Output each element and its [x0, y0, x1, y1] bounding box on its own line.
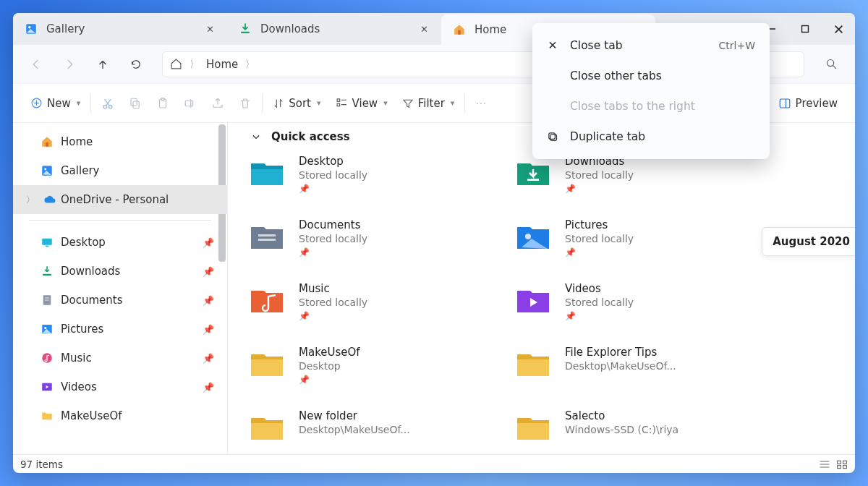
sidebar-item-pictures[interactable]: Pictures 📌: [13, 315, 227, 344]
svg-rect-24: [46, 142, 48, 147]
download-icon: [41, 265, 54, 278]
ctx-label: Close tabs to the right: [570, 100, 695, 113]
sort-button[interactable]: Sort ▾: [265, 89, 328, 118]
paste-button[interactable]: [149, 89, 176, 118]
ctx-duplicate-tab[interactable]: Duplicate tab: [537, 122, 765, 152]
svg-rect-47: [843, 465, 847, 468]
folder-icon: [41, 409, 54, 422]
new-button[interactable]: New ▾: [23, 89, 88, 118]
sidebar-item-label: Videos: [61, 380, 97, 393]
quick-access-tile[interactable]: New folderDesktop\MakeUseOf...: [248, 408, 509, 454]
chevron-down-icon: [251, 132, 261, 142]
music-big-icon: [248, 281, 286, 318]
sidebar-item-gallery[interactable]: Gallery: [13, 156, 227, 185]
ctx-close-tab[interactable]: ✕ Close tab Ctrl+W: [537, 30, 765, 61]
close-icon[interactable]: ✕: [206, 24, 214, 35]
rename-button[interactable]: [176, 89, 204, 118]
preview-button[interactable]: Preview: [771, 89, 845, 118]
tile-name: Music: [299, 282, 367, 295]
ctx-close-tabs-right: Close tabs to the right: [537, 91, 765, 122]
sidebar-item-label: MakeUseOf: [61, 409, 122, 422]
quick-access-tile[interactable]: DesktopStored locally📌: [248, 153, 509, 208]
tile-name: New folder: [299, 409, 410, 422]
home-icon: [170, 58, 182, 70]
view-grid-icon[interactable]: [836, 459, 848, 469]
tab-downloads[interactable]: Downloads ✕: [227, 13, 441, 45]
sidebar-item-label: Gallery: [61, 164, 99, 177]
more-button[interactable]: ⋯: [468, 89, 493, 118]
pin-icon: 📌: [203, 353, 214, 364]
chevron-right-icon: 〉: [245, 58, 255, 71]
quick-access-tile[interactable]: DownloadsStored locally📌: [514, 153, 775, 208]
window-controls: [755, 13, 855, 45]
search-button[interactable]: [816, 51, 846, 77]
tile-name: File Explorer Tips: [565, 346, 676, 359]
desktop-icon: [41, 236, 54, 249]
close-icon[interactable]: ✕: [420, 24, 428, 35]
sidebar-item-videos[interactable]: Videos 📌: [13, 372, 227, 401]
tile-name: Pictures: [565, 218, 634, 231]
svg-rect-49: [548, 132, 555, 139]
tile-subtitle: Desktop\MakeUseOf...: [565, 360, 676, 372]
pin-icon: 📌: [299, 375, 360, 385]
quick-access-tile[interactable]: SalectoWindows-SSD (C:)\riya: [514, 408, 775, 454]
close-window-button[interactable]: [822, 13, 855, 45]
sidebar-item-home[interactable]: Home: [13, 127, 227, 156]
quick-access-grid: DesktopStored locally📌DownloadsStored lo…: [248, 153, 852, 454]
view-button[interactable]: View ▾: [328, 89, 395, 118]
svg-rect-2: [241, 32, 250, 33]
quick-access-tile[interactable]: PicturesStored locally📌: [514, 217, 775, 272]
chevron-right-icon: 〉: [190, 58, 199, 71]
view-list-icon[interactable]: [819, 459, 830, 469]
tab-context-menu: ✕ Close tab Ctrl+W Close other tabs Clos…: [532, 23, 770, 159]
sidebar-item-desktop[interactable]: Desktop 📌: [13, 228, 227, 257]
quick-access-tile[interactable]: DocumentsStored locally📌: [248, 217, 509, 272]
quick-access-tile[interactable]: VideosStored locally📌: [514, 281, 775, 336]
svg-rect-37: [527, 179, 539, 181]
refresh-button[interactable]: [122, 50, 150, 79]
up-button[interactable]: [88, 50, 117, 79]
ctx-label: Close other tabs: [570, 69, 662, 82]
breadcrumb-segment[interactable]: Home: [206, 58, 238, 71]
pin-icon: 📌: [203, 266, 214, 277]
tile-name: Videos: [565, 282, 634, 295]
download-icon: [239, 22, 252, 35]
svg-point-8: [827, 59, 833, 66]
gallery-icon: [41, 164, 54, 177]
back-button[interactable]: [22, 50, 51, 79]
folder-big-icon: [248, 408, 286, 446]
folder-big-icon: [514, 344, 552, 382]
share-button[interactable]: [204, 89, 231, 118]
quick-access-tile[interactable]: MakeUseOfDesktop📌: [248, 344, 509, 399]
forward-button[interactable]: [55, 50, 84, 79]
svg-rect-22: [780, 99, 790, 108]
chevron-down-icon: ▾: [317, 98, 321, 108]
ctx-close-other-tabs[interactable]: Close other tabs: [537, 61, 765, 91]
tab-gallery[interactable]: Gallery ✕: [13, 13, 227, 45]
tile-name: Salecto: [565, 409, 678, 422]
sidebar-item-music[interactable]: Music 📌: [13, 344, 227, 372]
sidebar-item-makeuseof[interactable]: MakeUseOf: [13, 401, 227, 430]
maximize-button[interactable]: [788, 13, 822, 45]
copy-button[interactable]: [122, 89, 149, 118]
filter-button[interactable]: Filter ▾: [395, 89, 462, 118]
svg-rect-28: [46, 246, 49, 247]
delete-button[interactable]: [231, 89, 259, 118]
svg-point-26: [44, 168, 46, 170]
sidebar-item-label: Home: [61, 135, 93, 148]
sidebar-item-documents[interactable]: Documents 📌: [13, 286, 227, 315]
sidebar-item-onedrive[interactable]: 〉 OneDrive - Personal: [13, 185, 227, 214]
home-icon: [453, 23, 466, 36]
svg-rect-18: [337, 99, 340, 102]
sidebar-item-downloads[interactable]: Downloads 📌: [13, 257, 227, 286]
chevron-right-icon[interactable]: 〉: [26, 194, 39, 206]
tile-subtitle: Stored locally: [565, 169, 634, 181]
quick-access-tile[interactable]: File Explorer TipsDesktop\MakeUseOf...: [514, 344, 775, 399]
group-header-label: Quick access: [271, 130, 350, 143]
tile-name: Documents: [299, 218, 367, 231]
cut-button[interactable]: [94, 89, 122, 118]
tile-subtitle: Stored locally: [565, 297, 634, 308]
home-icon: [41, 135, 54, 148]
quick-access-tile[interactable]: MusicStored locally📌: [248, 281, 509, 336]
sidebar-item-label: Music: [61, 351, 92, 364]
